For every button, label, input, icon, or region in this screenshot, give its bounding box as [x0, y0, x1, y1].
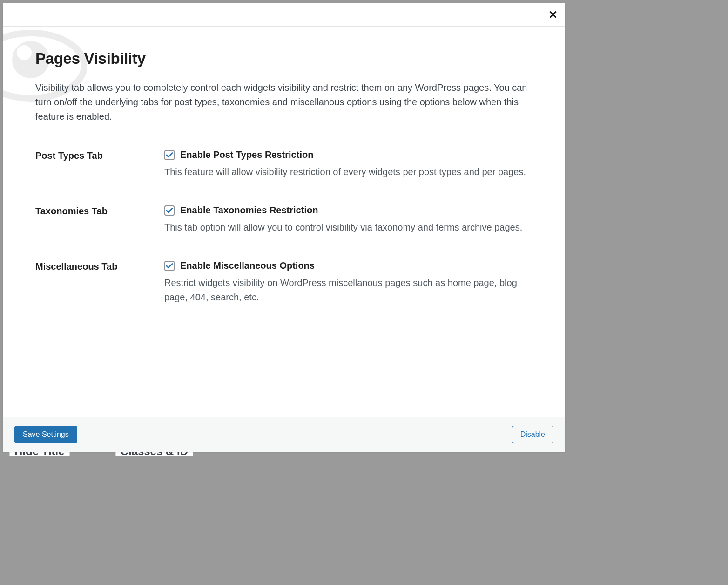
disable-button[interactable]: Disable [512, 426, 553, 443]
checkbox-row: Enable Taxonomies Restriction [164, 205, 533, 216]
check-icon [165, 262, 174, 270]
modal-description: Visibility tab allows you to completely … [35, 81, 533, 124]
option-post-types: Post Types Tab Enable Post Types Restric… [35, 150, 533, 179]
checkbox-miscellaneous[interactable] [164, 261, 175, 271]
option-description: This feature will allow visibility restr… [164, 165, 533, 179]
option-control: Enable Post Types Restriction This featu… [164, 150, 533, 179]
option-label: Taxonomies Tab [35, 205, 164, 217]
modal-body: Pages Visibility Visibility tab allows y… [3, 27, 565, 417]
option-control: Enable Miscellaneous Options Restrict wi… [164, 260, 533, 305]
checkbox-label: Enable Post Types Restriction [180, 150, 313, 160]
check-icon [165, 206, 174, 215]
close-icon: ✕ [548, 8, 558, 21]
checkbox-post-types[interactable] [164, 150, 175, 160]
modal-footer: Save Settings Disable [3, 417, 565, 452]
checkbox-row: Enable Post Types Restriction [164, 150, 533, 160]
save-button[interactable]: Save Settings [14, 426, 77, 443]
close-button[interactable]: ✕ [540, 3, 565, 26]
modal-content: Pages Visibility Visibility tab allows y… [35, 50, 533, 305]
checkbox-label: Enable Taxonomies Restriction [180, 205, 318, 216]
checkbox-row: Enable Miscellaneous Options [164, 260, 533, 271]
svg-point-2 [17, 45, 32, 60]
option-taxonomies: Taxonomies Tab Enable Taxonomies Restric… [35, 205, 533, 235]
option-label: Post Types Tab [35, 150, 164, 161]
option-description: Restrict widgets visibility on WordPress… [164, 276, 533, 305]
option-control: Enable Taxonomies Restriction This tab o… [164, 205, 533, 235]
option-miscellaneous: Miscellaneous Tab Enable Miscellaneous O… [35, 260, 533, 305]
modal-title: Pages Visibility [35, 50, 533, 68]
option-label: Miscellaneous Tab [35, 260, 164, 272]
checkbox-taxonomies[interactable] [164, 205, 175, 216]
check-icon [165, 151, 174, 159]
settings-modal: ✕ Pages Visibility Visibility tab allows… [3, 3, 565, 452]
checkbox-label: Enable Miscellaneous Options [180, 260, 315, 271]
modal-header: ✕ [3, 3, 565, 27]
option-description: This tab option will allow you to contro… [164, 220, 533, 235]
